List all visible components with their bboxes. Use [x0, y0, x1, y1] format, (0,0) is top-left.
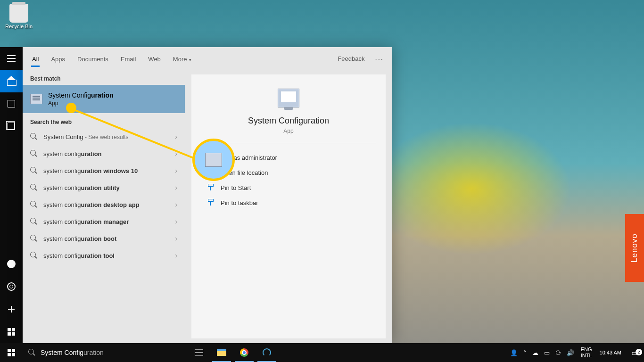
results-column: Best match System Configuration App Sear…	[23, 70, 185, 343]
chevron-right-icon: ›	[175, 218, 177, 225]
tray-language[interactable]: ENGINTL	[577, 346, 596, 359]
search-icon	[30, 218, 38, 225]
file-explorer-icon	[217, 349, 226, 356]
web-result-text: system configuration desktop app	[43, 201, 169, 208]
tab-documents[interactable]: Documents	[72, 51, 114, 66]
web-result[interactable]: system configuration›	[23, 145, 185, 162]
tray-clock[interactable]: 10:43 AM	[596, 350, 625, 356]
recycle-bin[interactable]: Recycle Bin	[5, 4, 33, 29]
chevron-right-icon: ›	[175, 252, 177, 259]
search-icon	[30, 235, 38, 242]
search-input-text: System Configuration	[41, 349, 104, 356]
web-result[interactable]: system configuration desktop app›	[23, 196, 185, 213]
add-user-icon	[8, 306, 15, 313]
search-icon	[30, 201, 38, 208]
tab-email[interactable]: Email	[115, 51, 142, 66]
pin-icon	[206, 199, 214, 206]
search-icon	[30, 150, 38, 157]
user-icon	[7, 260, 16, 268]
rail-apps-button[interactable]	[0, 92, 23, 115]
detail-column: System Configuration App Run as administ…	[185, 70, 392, 343]
gear-icon	[7, 282, 16, 291]
tray-volume-icon[interactable]: 🔊	[564, 349, 577, 356]
best-match-label: Best match	[23, 70, 185, 85]
annotation-zoom-icon	[205, 153, 222, 167]
file-explorer-taskbar[interactable]	[210, 343, 233, 362]
web-result-text: system configuration manager	[43, 218, 169, 225]
tray-wifi-icon[interactable]: ⚆	[553, 349, 564, 356]
rail-menu-button[interactable]	[0, 47, 23, 70]
web-result-text: system configuration boot	[43, 235, 169, 242]
system-configuration-icon	[30, 94, 42, 104]
chevron-right-icon: ›	[175, 235, 177, 242]
search-panel: All Apps Documents Email Web More ▾ Feed…	[23, 47, 392, 343]
action-pin-to-taskbar[interactable]: Pin to taskbar	[205, 195, 372, 210]
lenovo-sidebar-tab[interactable]: Lenovo	[625, 214, 644, 282]
chevron-right-icon: ›	[175, 133, 177, 140]
web-result[interactable]: system configuration boot›	[23, 230, 185, 247]
rail-add-button[interactable]	[0, 298, 23, 321]
tray-notifications[interactable]: ▭2	[625, 348, 644, 357]
recycle-bin-label: Recycle Bin	[5, 24, 33, 29]
rail-settings-button[interactable]	[0, 275, 23, 298]
task-view-button[interactable]	[188, 343, 210, 362]
action-pin-to-start[interactable]: Pin to Start	[205, 180, 372, 195]
chrome-icon	[240, 348, 248, 357]
web-result[interactable]: system configuration manager›	[23, 213, 185, 230]
detail-card: System Configuration App Run as administ…	[191, 74, 386, 338]
rail-documents-button[interactable]	[0, 115, 23, 138]
tab-apps[interactable]: Apps	[45, 51, 71, 66]
rail-account-button[interactable]	[0, 253, 23, 275]
start-left-rail	[0, 47, 23, 343]
web-result-text: system configuration	[43, 150, 169, 157]
taskbar: System Configuration 👤 ˄ ☁ ▭ ⚆ 🔊 ENGINTL…	[0, 343, 644, 362]
detail-title: System Configuration	[201, 116, 376, 126]
windows-icon	[8, 328, 15, 336]
annotation-dot	[66, 103, 76, 113]
search-icon	[30, 133, 38, 140]
windows-logo-icon	[8, 349, 15, 356]
web-result[interactable]: system configuration windows 10›	[23, 162, 185, 179]
chevron-right-icon: ›	[175, 184, 177, 191]
web-result[interactable]: system configuration tool›	[23, 247, 185, 264]
web-result[interactable]: system configuration utility›	[23, 179, 185, 196]
hamburger-icon	[7, 58, 16, 59]
desktop: Recycle Bin All Apps Documents Email Web…	[0, 0, 644, 362]
web-result[interactable]: System Config - See web results›	[23, 128, 185, 145]
annotation-circle	[192, 139, 235, 181]
more-options-button[interactable]: ···	[370, 55, 388, 63]
web-result-text: system configuration tool	[43, 252, 169, 259]
best-match-subtitle: App	[48, 100, 114, 107]
app-taskbar[interactable]	[256, 343, 278, 362]
tab-more[interactable]: More ▾	[167, 51, 197, 66]
chevron-right-icon: ›	[175, 167, 177, 174]
start-button[interactable]	[0, 343, 23, 362]
rail-start-button[interactable]	[0, 321, 23, 343]
apps-icon	[8, 100, 15, 107]
tray-onedrive-icon[interactable]: ☁	[529, 349, 541, 356]
best-match-title: System Configuration	[48, 91, 114, 99]
tray-battery-icon[interactable]: ▭	[541, 349, 553, 356]
system-tray: 👤 ˄ ☁ ▭ ⚆ 🔊 ENGINTL 10:43 AM ▭2	[507, 343, 644, 362]
search-icon	[30, 184, 38, 191]
pin-icon	[206, 184, 214, 191]
recycle-bin-icon	[9, 4, 28, 23]
tray-chevron-up[interactable]: ˄	[520, 349, 529, 356]
taskbar-search-box[interactable]: System Configuration	[23, 343, 185, 362]
tab-web[interactable]: Web	[142, 51, 166, 66]
web-result-text: system configuration utility	[43, 184, 169, 191]
headset-icon	[263, 348, 271, 357]
task-view-icon	[195, 349, 203, 356]
rail-home-button[interactable]	[0, 70, 23, 92]
detail-app-icon	[278, 89, 299, 107]
tab-all[interactable]: All	[26, 51, 44, 66]
chrome-taskbar[interactable]	[233, 343, 256, 362]
search-icon	[30, 167, 38, 174]
tray-people[interactable]: 👤	[507, 349, 520, 356]
best-match-result[interactable]: System Configuration App	[23, 85, 185, 113]
feedback-link[interactable]: Feedback	[333, 55, 369, 62]
search-icon	[30, 252, 38, 259]
search-tabs: All Apps Documents Email Web More ▾ Feed…	[23, 47, 392, 70]
chevron-right-icon: ›	[175, 201, 177, 208]
documents-icon	[8, 123, 15, 130]
